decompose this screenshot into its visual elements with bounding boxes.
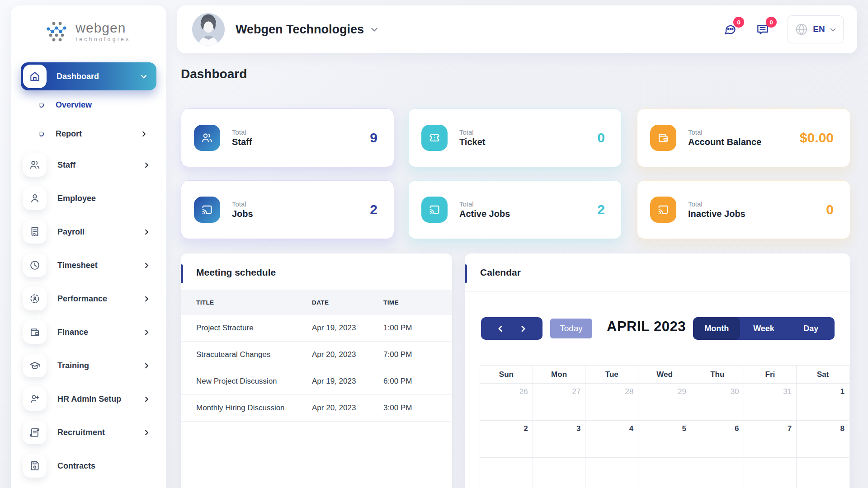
chat-notifications-button[interactable]: 0 bbox=[722, 22, 738, 37]
chevron-right-icon bbox=[143, 262, 150, 269]
chevron-right-icon bbox=[143, 429, 150, 436]
sidebar-item-finance[interactable]: Finance bbox=[21, 315, 156, 349]
next-month-button[interactable] bbox=[519, 325, 527, 333]
sidebar-item-training[interactable]: Training bbox=[21, 349, 156, 382]
meeting-date: Apr 19, 2023 bbox=[312, 377, 383, 386]
calendar-day-cell[interactable]: 3 bbox=[533, 421, 586, 458]
page-title: Dashboard bbox=[181, 67, 247, 81]
calendar-day-cell[interactable]: 8 bbox=[797, 421, 849, 458]
sidebar-item-timesheet[interactable]: Timesheet bbox=[21, 249, 156, 282]
ticket-icon bbox=[421, 125, 448, 151]
stat-card-total-staff[interactable]: Total Staff 9 bbox=[181, 108, 394, 167]
today-button[interactable]: Today bbox=[550, 319, 592, 338]
sidebar: webgen technologies Dashboard Overview R… bbox=[11, 5, 166, 488]
calendar-title: Calendar bbox=[465, 253, 850, 278]
staff-group-icon bbox=[194, 125, 220, 151]
sidebar-item-staff[interactable]: Staff bbox=[21, 148, 156, 182]
sidebar-item-recruitment[interactable]: Recruitment bbox=[21, 416, 156, 449]
stat-value: 0 bbox=[826, 202, 834, 217]
table-row[interactable]: Stracutearal Changes Apr 20, 2023 7:00 P… bbox=[181, 342, 452, 368]
language-selector[interactable]: EN bbox=[788, 15, 844, 43]
view-month-button[interactable]: Month bbox=[693, 317, 740, 340]
sidebar-item-label: Finance bbox=[57, 328, 132, 337]
meeting-time: 6:00 PM bbox=[383, 377, 438, 386]
sidebar-item-label: Contracts bbox=[57, 461, 150, 471]
avatar[interactable] bbox=[192, 13, 225, 46]
calendar-panel: Calendar Today APRIL 2023 Month Week Day… bbox=[465, 253, 850, 488]
stat-card-total-inactive-jobs[interactable]: Total Inactive Jobs 0 bbox=[637, 180, 850, 239]
calendar-day-cell[interactable]: 4 bbox=[585, 421, 638, 458]
meeting-date: Apr 19, 2023 bbox=[312, 324, 383, 333]
calendar-day-cell[interactable] bbox=[533, 458, 586, 488]
stat-prefix: Total bbox=[459, 200, 510, 208]
calendar-day-cell[interactable]: 2 bbox=[480, 421, 533, 458]
calendar-day-cell[interactable] bbox=[797, 458, 849, 488]
stat-card-total-account-balance[interactable]: Total Account Balance $0.00 bbox=[637, 108, 850, 167]
sidebar-item-label: Payroll bbox=[57, 227, 132, 237]
calendar-day-cell[interactable]: 28 bbox=[585, 384, 638, 421]
meeting-schedule-title: Meeting schedule bbox=[181, 253, 452, 278]
employee-icon bbox=[23, 187, 47, 210]
calendar-week-row: 2 3 4 5 6 7 8 bbox=[480, 421, 849, 458]
floppy-disk-icon bbox=[23, 454, 47, 478]
sidebar-item-employee[interactable]: Employee bbox=[21, 182, 156, 215]
calendar-day-cell[interactable]: 31 bbox=[744, 384, 797, 421]
top-bar: Webgen Technologies 0 0 EN bbox=[177, 5, 857, 53]
calendar-day-cell[interactable]: 5 bbox=[638, 421, 691, 458]
chevron-down-icon[interactable] bbox=[370, 25, 378, 33]
weekday-label: Fri bbox=[744, 366, 797, 384]
calendar-day-cell[interactable] bbox=[585, 458, 638, 488]
calendar-day-cell[interactable]: 1 bbox=[797, 384, 849, 421]
sidebar-item-label: Report bbox=[56, 129, 129, 139]
sidebar-item-overview[interactable]: Overview bbox=[21, 90, 156, 119]
sidebar-item-label: Recruitment bbox=[57, 428, 132, 437]
table-row[interactable]: Monthly Hiring Discussion Apr 20, 2023 3… bbox=[181, 395, 452, 422]
calendar-day-cell[interactable] bbox=[744, 458, 797, 488]
calendar-day-cell[interactable]: 27 bbox=[533, 384, 586, 421]
wallet-icon bbox=[23, 320, 47, 344]
calendar-day-cell[interactable] bbox=[480, 458, 533, 488]
stat-card-total-ticket[interactable]: Total Ticket 0 bbox=[408, 108, 622, 167]
performance-target-icon bbox=[23, 287, 47, 310]
calendar-day-cell[interactable] bbox=[638, 458, 691, 488]
stat-label: Active Jobs bbox=[459, 209, 510, 219]
staff-icon bbox=[23, 153, 47, 177]
calendar-day-cell[interactable]: 30 bbox=[691, 384, 744, 421]
sidebar-item-performance[interactable]: Performance bbox=[21, 282, 156, 315]
stat-value: 9 bbox=[370, 130, 377, 145]
calendar-day-cell[interactable]: 6 bbox=[691, 421, 744, 458]
sidebar-item-contracts[interactable]: Contracts bbox=[21, 449, 156, 483]
sidebar-item-payroll[interactable]: Payroll bbox=[21, 215, 156, 249]
brand-subtitle: technologies bbox=[75, 36, 130, 42]
calendar-day-cell[interactable] bbox=[691, 458, 744, 488]
sidebar-item-hr-admin-setup[interactable]: HR Admin Setup bbox=[21, 382, 156, 416]
stat-card-total-active-jobs[interactable]: Total Active Jobs 2 bbox=[408, 180, 622, 239]
stat-card-total-jobs[interactable]: Total Jobs 2 bbox=[181, 180, 394, 239]
prev-month-button[interactable] bbox=[496, 325, 504, 333]
calendar-day-cell[interactable]: 26 bbox=[480, 384, 533, 421]
view-week-button[interactable]: Week bbox=[740, 317, 787, 340]
calendar-day-cell[interactable]: 29 bbox=[638, 384, 691, 421]
chevron-down-icon bbox=[140, 73, 147, 80]
chevron-right-icon bbox=[143, 296, 150, 302]
meeting-title: New Project Discussion bbox=[181, 377, 312, 386]
stat-label: Inactive Jobs bbox=[688, 209, 745, 219]
weekday-label: Sun bbox=[480, 366, 533, 384]
meeting-date: Apr 20, 2023 bbox=[312, 404, 383, 413]
weekday-label: Sat bbox=[797, 366, 849, 384]
sidebar-item-report[interactable]: Report bbox=[21, 119, 156, 148]
calendar-nav bbox=[481, 317, 542, 340]
calendar-day-cell[interactable]: 7 bbox=[744, 421, 797, 458]
table-row[interactable]: Project Stracture Apr 19, 2023 1:00 PM bbox=[181, 315, 452, 342]
panel-accent-bar bbox=[181, 264, 183, 283]
view-day-button[interactable]: Day bbox=[788, 317, 835, 340]
meeting-time: 1:00 PM bbox=[383, 324, 438, 333]
column-header-time: TIME bbox=[383, 299, 438, 306]
sidebar-item-dashboard[interactable]: Dashboard bbox=[21, 62, 156, 90]
brand-name: webgen bbox=[75, 21, 130, 35]
message-notifications-button[interactable]: 0 bbox=[755, 22, 770, 37]
table-row[interactable]: New Project Discussion Apr 19, 2023 6:00… bbox=[181, 368, 452, 395]
calendar-weekday-row: Sun Mon Tue Wed Thu Fri Sat bbox=[480, 366, 849, 384]
stat-label: Jobs bbox=[232, 209, 253, 219]
chevron-right-icon bbox=[143, 396, 150, 403]
